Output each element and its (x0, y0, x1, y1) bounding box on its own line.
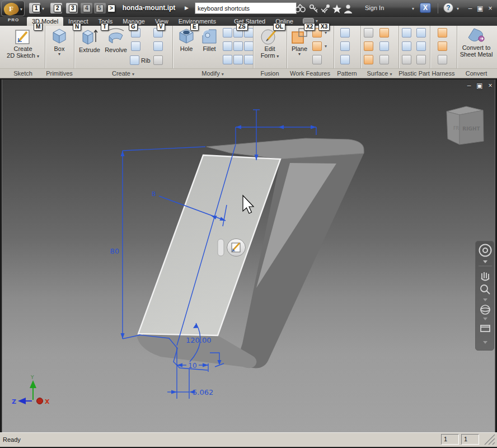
doc-close-button[interactable]: × (486, 82, 495, 90)
navigation-wheel-icon[interactable] (480, 245, 491, 256)
doc-minimize-button[interactable]: – (465, 82, 473, 90)
mini-toolbar[interactable] (218, 239, 246, 256)
window-resize-grip[interactable] (482, 433, 496, 446)
user-avatar-icon[interactable] (344, 4, 352, 13)
window-minimize-button[interactable]: – (466, 4, 475, 12)
rest-icon[interactable] (416, 28, 426, 38)
patch-icon[interactable] (379, 28, 389, 38)
dimension-angle[interactable]: 120.00 (186, 336, 212, 344)
edit-form-button[interactable]: Edit Form ▾ (256, 26, 283, 59)
sculpt-icon[interactable] (364, 55, 373, 64)
keytip-view: V (157, 23, 165, 31)
shell-icon[interactable] (223, 41, 232, 51)
viewcube-right-label: RIGHT (462, 126, 480, 132)
mini-toolbar-grip[interactable] (218, 239, 224, 256)
dimension-height[interactable]: 80 (110, 247, 119, 255)
plane-button[interactable]: Plane ▾ (289, 26, 310, 57)
key-icon[interactable] (310, 5, 317, 12)
title-flyout-icon[interactable]: ▶ (185, 5, 189, 11)
point-icon[interactable] (312, 41, 322, 51)
boss-icon[interactable] (402, 41, 411, 51)
combine-icon[interactable] (233, 55, 243, 64)
lined-page-icon[interactable] (438, 55, 447, 64)
model-honda-mount[interactable] (137, 138, 364, 368)
viewport-scene: 80 B 120.00 10 5.062 (2, 80, 495, 431)
keytip-inspect: N (73, 23, 81, 31)
dimension-width[interactable]: 10 (188, 362, 196, 370)
convert-to-sheet-metal-button[interactable]: Convert to Sheet Metal (459, 26, 494, 58)
pan-hand-icon[interactable] (481, 272, 489, 281)
orbit-caret-icon[interactable] (483, 318, 487, 320)
fillet-button[interactable]: Fillet (198, 26, 221, 52)
search-input[interactable] (195, 2, 297, 14)
group-label-pattern[interactable]: Pattern (334, 69, 360, 78)
dimension-offset[interactable]: 5.062 (193, 388, 213, 396)
loft-icon[interactable] (131, 41, 140, 51)
orbit-icon[interactable] (481, 305, 490, 314)
application-menu-button[interactable]: F ▾ (1, 1, 25, 16)
move-bodies-icon[interactable] (244, 55, 254, 64)
thicken-offset-icon[interactable] (364, 28, 373, 38)
help-icon[interactable]: ? (443, 3, 453, 13)
keytip-3d-model: M (34, 23, 43, 31)
sign-in-button[interactable]: Sign In (365, 4, 384, 11)
group-label-plastic-part[interactable]: Plastic Part (398, 69, 430, 78)
keytip-qat-overflow: > (107, 4, 115, 12)
stitch-icon[interactable] (364, 41, 373, 51)
bend-part-icon[interactable] (233, 41, 243, 51)
ucs-icon[interactable] (312, 55, 322, 64)
boxed-sparkle-icon[interactable] (438, 41, 447, 51)
window-close-button[interactable]: × (486, 4, 495, 12)
rectangular-pattern-icon[interactable] (340, 28, 350, 38)
group-label-surface[interactable]: Surface ▾ (360, 69, 398, 78)
keytip-manage: G (129, 23, 138, 31)
group-label-fusion[interactable]: Fusion (253, 69, 287, 78)
group-label-primitives[interactable]: Primitives (45, 69, 74, 78)
lip-icon[interactable] (416, 55, 426, 64)
group-label-modify[interactable]: Modify ▾ (172, 69, 253, 78)
emboss-icon[interactable] (153, 41, 163, 51)
reference-label-b[interactable]: B (152, 190, 156, 198)
model-viewport[interactable]: 80 B 120.00 10 5.062 (2, 80, 495, 432)
wheel-caret-icon[interactable] (483, 260, 487, 263)
help-caret-icon[interactable]: ▾ (457, 6, 459, 11)
sparkle-plus-icon[interactable] (438, 28, 447, 38)
point-caret-icon[interactable]: ▾ (325, 44, 327, 49)
ribbon-appearance-caret-icon[interactable]: ▾ (316, 18, 318, 24)
copy-object-icon[interactable] (244, 41, 254, 51)
satellite-icon[interactable] (321, 5, 329, 13)
box-primitive-button[interactable]: Box ▾ (47, 26, 72, 57)
trim-icon[interactable] (379, 41, 389, 51)
group-label-harness[interactable]: Harness (430, 69, 457, 78)
new-file-caret-icon[interactable]: ▾ (42, 6, 44, 11)
group-label-sketch[interactable]: Sketch (1, 69, 45, 78)
favorites-star-icon[interactable] (332, 4, 341, 13)
delete-face-icon[interactable] (379, 55, 389, 64)
group-label-convert[interactable]: Convert (457, 69, 496, 78)
group-label-create[interactable]: Create ▾ (74, 69, 172, 78)
tab-get-started[interactable]: Get Started (229, 17, 270, 26)
circular-pattern-icon[interactable] (340, 41, 350, 51)
look-at-icon[interactable] (481, 325, 490, 332)
zoom-caret-icon[interactable] (483, 298, 487, 301)
create-2d-sketch-button[interactable]: Create 2D Sketch ▾ (3, 26, 43, 59)
derive-icon[interactable] (153, 55, 163, 65)
doc-restore-button[interactable]: ▣ (475, 82, 484, 90)
draft-icon[interactable] (223, 55, 232, 64)
search-binoculars-icon[interactable] (296, 4, 305, 12)
axis-caret-icon[interactable]: ▾ (325, 30, 327, 35)
tab-3d-model[interactable]: 3D Model (27, 17, 63, 26)
exchange-apps-icon[interactable]: X (420, 3, 431, 13)
zoom-icon[interactable] (481, 285, 490, 294)
window-maximize-button[interactable]: ▣ (476, 4, 485, 12)
signin-caret-icon[interactable]: ▾ (412, 6, 414, 11)
rule-fillet-icon[interactable] (416, 41, 426, 51)
chamfer-icon[interactable] (223, 28, 232, 38)
group-label-work-features[interactable]: Work Features (287, 69, 334, 78)
grill-icon[interactable] (402, 28, 411, 38)
mirror-icon[interactable] (340, 55, 350, 64)
rib-button[interactable]: Rib (130, 55, 151, 65)
snap-fit-icon[interactable] (402, 55, 411, 64)
navbar-overflow-caret-icon[interactable] (483, 341, 487, 344)
viewcube[interactable]: RIGHT FRONT (447, 106, 484, 144)
